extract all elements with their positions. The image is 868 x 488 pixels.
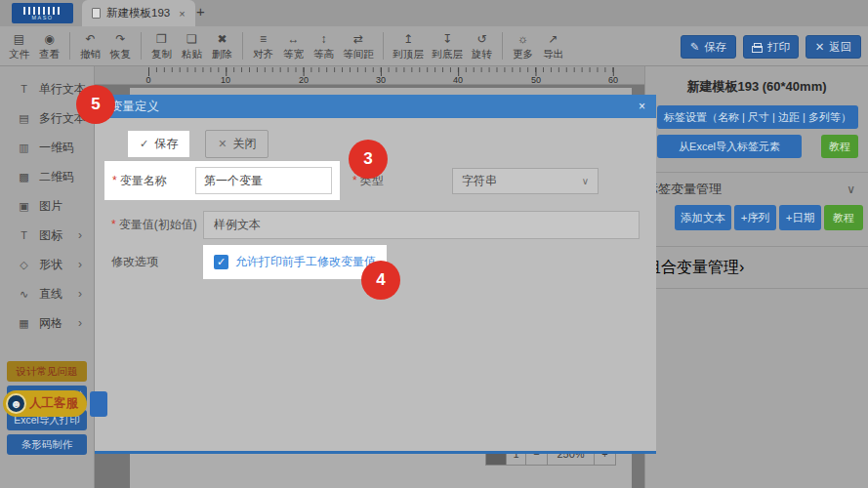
toolbar-item-paste[interactable]: ❏ 粘贴 [177, 33, 207, 60]
toolbar-separator [383, 32, 384, 60]
chevron-down-icon: ∨ [847, 183, 855, 196]
required-asterisk: * [112, 174, 117, 187]
sidebar-item-image[interactable]: ▣ 图片 [0, 191, 94, 221]
sidebar-item-icons[interactable]: T 图标 › [0, 221, 94, 250]
chevron-right-icon: › [78, 258, 82, 271]
save-button[interactable]: ✎ 保存 [681, 35, 736, 59]
chevron-right-icon: › [78, 316, 82, 330]
redo-icon: ↷ [115, 33, 125, 47]
tab-bar: MASO 新建模板193 × + [0, 0, 868, 26]
page-icon [92, 8, 101, 19]
print-button[interactable]: 打印 [743, 35, 799, 59]
toolbar-item-equal-spacing[interactable]: ⇄ 等间距 [339, 33, 378, 60]
file-icon: ▤ [14, 33, 24, 47]
barcode-make-button[interactable]: 条形码制作 [7, 434, 87, 455]
variable-name-input[interactable] [195, 167, 332, 194]
sidebar-item-qrcode[interactable]: ▩ 二维码 [0, 162, 94, 191]
tab-template[interactable]: 新建模板193 × [82, 0, 195, 26]
customer-service-button[interactable]: ☻ 人工客服 [3, 390, 87, 417]
toolbar-item-redo[interactable]: ↷ 恢复 [105, 33, 136, 60]
dialog-close-button[interactable]: ✕ 关闭 [205, 130, 269, 158]
toolbar-item-align[interactable]: ≡ 对齐 [248, 33, 278, 60]
sidebar-item-line[interactable]: ∿ 直线 › [0, 279, 94, 308]
toolbar-separator [502, 32, 503, 60]
align-icon: ≡ [260, 33, 267, 47]
initial-value-input[interactable] [203, 211, 640, 239]
app-logo: MASO [12, 3, 73, 23]
checkbox-checked-icon[interactable] [214, 255, 228, 269]
headset-person-icon: ☻ [6, 393, 26, 414]
top-actions: ✎ 保存 打印 ✕ 返回 [681, 35, 861, 59]
line-icon: ∿ [17, 288, 31, 301]
toolbar-item-copy[interactable]: ❐ 复制 [146, 33, 177, 60]
excel-import-elements-button[interactable]: 从Excel导入标签元素 [657, 135, 802, 158]
toolbar-item-rotate[interactable]: ↺ 旋转 [467, 33, 497, 60]
properties-panel: 新建模板193 (60*40mm) 标签设置（名称 | 尺寸 | 边距 | 多列… [644, 66, 868, 488]
label-variable-section[interactable]: 标签变量管理 ∨ [645, 172, 868, 205]
paste-icon: ❏ [186, 33, 197, 47]
element-sidebar: T 单行文本 ▤ 多行文本 ▥ 一维码 ▩ 二维码 ▣ 图片 T 图标 › ◇ … [0, 66, 95, 488]
equal-width-icon: ↔ [288, 33, 300, 47]
logo-text: MASO [31, 15, 53, 20]
type-select[interactable]: 字符串 ∨ [452, 168, 599, 194]
toolbar-item-more[interactable]: ☼ 更多 [508, 33, 538, 60]
ruler-label: 60 [608, 75, 618, 85]
trash-icon: ✖ [217, 33, 227, 47]
back-button[interactable]: ✕ 返回 [806, 35, 861, 59]
dialog-title: 变量定义 [95, 95, 656, 118]
barcode-icon: ▥ [17, 142, 31, 154]
toolbar-item-equal-width[interactable]: ↔ 等宽 [278, 33, 309, 60]
combo-variable-section[interactable]: 组合变量管理 › [645, 246, 868, 289]
dialog-close-icon[interactable]: × [639, 95, 645, 118]
ruler-label: 50 [531, 75, 541, 85]
design-faq-button[interactable]: 设计常见问题 [7, 361, 87, 382]
to-back-icon: ↧ [442, 33, 452, 47]
step-badge-3: 3 [349, 140, 388, 179]
template-title: 新建模板193 (60*40mm) [645, 78, 868, 96]
toolbar-item-to-back[interactable]: ↧ 到底层 [428, 33, 467, 60]
new-tab-button[interactable]: + [196, 3, 205, 20]
to-front-icon: ↥ [403, 33, 413, 47]
chevron-right-icon: › [739, 259, 744, 276]
add-text-button[interactable]: 添加文本 [675, 205, 731, 230]
label-settings-button[interactable]: 标签设置（名称 | 尺寸 | 边距 | 多列等） [657, 105, 858, 129]
more-icon: ☼ [517, 33, 528, 47]
export-icon: ↗ [548, 33, 558, 47]
dialog-save-button[interactable]: ✓ 保存 [128, 131, 189, 157]
toolbar-item-delete[interactable]: ✖ 删除 [207, 33, 237, 60]
sidebar-item-grid[interactable]: ▦ 网格 › [0, 308, 94, 338]
text-icon: T [17, 83, 31, 95]
step-badge-4: 4 [361, 261, 400, 300]
grid-icon: ▦ [17, 317, 31, 330]
toolbar-item-equal-height[interactable]: ↕ 等高 [309, 33, 339, 60]
toolbar-separator [242, 32, 243, 60]
copy-icon: ❐ [156, 33, 167, 47]
sidebar-item-barcode[interactable]: ▥ 一维码 [0, 133, 94, 162]
tab-close-icon[interactable]: × [179, 8, 185, 20]
feedback-tab-button[interactable] [90, 391, 107, 417]
equal-height-icon: ↕ [321, 33, 327, 47]
horizontal-ruler: 0 10 20 30 40 50 60 [95, 66, 644, 85]
eye-icon: ◉ [44, 33, 54, 47]
add-serial-button[interactable]: +序列 [734, 205, 776, 230]
image-icon: ▣ [17, 200, 31, 213]
step-badge-5: 5 [76, 85, 115, 124]
toolbar-item-export[interactable]: ↗ 导出 [538, 33, 568, 60]
undo-icon: ↶ [85, 33, 95, 47]
toolbar-item-undo[interactable]: ↶ 撤销 [75, 33, 105, 60]
modify-option-label[interactable]: 允许打印前手工修改变量值 [235, 254, 376, 270]
ruler-label: 10 [221, 75, 230, 85]
tutorial-button-2[interactable]: 教程 [824, 205, 863, 230]
add-date-button[interactable]: +日期 [779, 205, 821, 230]
printer-icon [752, 43, 763, 52]
tutorial-button[interactable]: 教程 [821, 135, 858, 158]
close-icon: ✕ [218, 138, 227, 150]
modify-options-label: 修改选项 [104, 254, 203, 270]
toolbar-item-to-front[interactable]: ↥ 到顶层 [389, 33, 428, 60]
variable-name-label: *变量名称 [112, 173, 195, 189]
rotate-icon: ↺ [476, 33, 486, 47]
required-asterisk: * [111, 218, 116, 231]
toolbar-item-file[interactable]: ▤ 文件 [4, 33, 34, 60]
sidebar-item-shapes[interactable]: ◇ 形状 › [0, 250, 94, 279]
toolbar-item-view[interactable]: ◉ 查看 [34, 33, 64, 60]
